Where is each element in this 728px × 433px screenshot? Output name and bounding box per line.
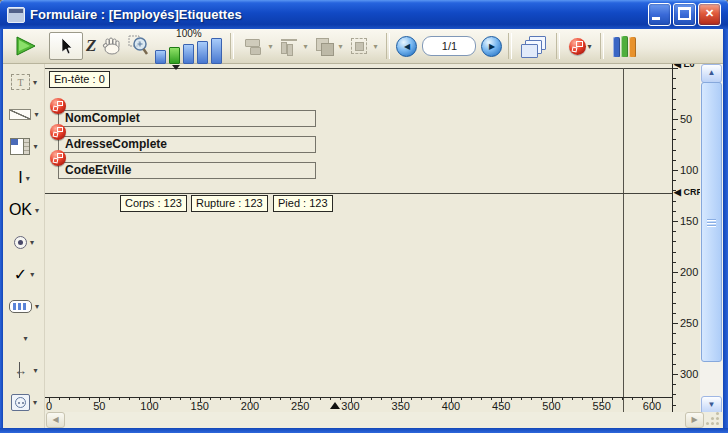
pointer-icon bbox=[58, 37, 74, 55]
vertical-scroll-thumb[interactable] bbox=[701, 82, 722, 362]
ruler-tick bbox=[361, 398, 362, 400]
views-button[interactable] bbox=[518, 32, 550, 60]
chevron-down-icon[interactable]: ▾ bbox=[23, 334, 27, 343]
chevron-down-icon[interactable]: ▾ bbox=[35, 206, 39, 215]
section-marker-label[interactable]: Rupture : 123 bbox=[191, 195, 268, 212]
ruler-marker-icon[interactable] bbox=[330, 402, 340, 409]
chevron-down-icon[interactable]: ▾ bbox=[33, 366, 37, 375]
title-bar[interactable]: Formulaire : [Employés]Etiquettes ✕ bbox=[0, 0, 728, 29]
header-marker-line[interactable] bbox=[45, 68, 672, 69]
next-page-button[interactable]: ▶ bbox=[481, 36, 502, 57]
chevron-down-icon[interactable]: ▾ bbox=[33, 78, 37, 87]
zoom-level-widget[interactable]: 100% bbox=[155, 29, 222, 64]
sidebar-tool-progress[interactable]: ▾ bbox=[4, 296, 44, 316]
line-tool-icon bbox=[9, 109, 31, 120]
scroll-right-button[interactable]: ▶ bbox=[685, 412, 704, 428]
vertical-scrollbar[interactable]: ▲ ▼ bbox=[700, 64, 723, 415]
ruler-tick bbox=[471, 398, 472, 400]
chevron-down-icon[interactable]: ▾ bbox=[33, 398, 37, 407]
ruler-tick bbox=[673, 211, 676, 212]
chevron-down-icon[interactable]: ▾ bbox=[33, 142, 37, 151]
field-AdresseComplete[interactable]: AdresseComplete bbox=[58, 136, 316, 153]
pointer-tool-button[interactable] bbox=[49, 32, 83, 60]
ruler-label: 200 bbox=[241, 401, 259, 412]
chevron-down-icon[interactable]: ▾ bbox=[30, 238, 34, 247]
sidebar-tool-text[interactable]: T▾ bbox=[4, 72, 44, 92]
scroll-left-button[interactable]: ◀ bbox=[46, 412, 65, 428]
sidebar-tool-line[interactable]: ▾ bbox=[4, 104, 44, 124]
zoom-bar-50[interactable] bbox=[155, 50, 166, 64]
sidebar-tool-rectangle[interactable]: ▾ bbox=[4, 328, 44, 348]
badge-icon bbox=[569, 38, 586, 55]
chevron-down-icon: ▾ bbox=[373, 42, 377, 51]
header-marker-label[interactable]: En-tête : 0 bbox=[49, 71, 110, 88]
ruler-tick bbox=[673, 160, 676, 161]
ruler-tick bbox=[59, 398, 60, 400]
ruler-tick bbox=[673, 282, 676, 283]
group-icon bbox=[348, 36, 372, 56]
radio-tool-icon bbox=[14, 236, 27, 249]
ruler-label: 150 bbox=[191, 401, 209, 412]
horizontal-ruler: 050100150200250300350400450500550600 bbox=[45, 397, 672, 413]
ruler-tick bbox=[673, 313, 676, 314]
ruler-tick bbox=[673, 323, 678, 324]
ruler-tick bbox=[170, 398, 171, 400]
form-boundary-line[interactable] bbox=[623, 68, 624, 397]
ruler-tick bbox=[129, 398, 130, 400]
ruler-tick bbox=[531, 398, 532, 400]
resize-grip[interactable] bbox=[705, 413, 721, 427]
maximize-button[interactable] bbox=[673, 3, 696, 26]
badges-button[interactable]: ▾ bbox=[566, 32, 594, 60]
window-border-right bbox=[723, 29, 728, 433]
chevron-down-icon: ▾ bbox=[338, 42, 342, 51]
field-CodeEtVille[interactable]: CodeEtVille bbox=[58, 162, 316, 179]
field-NomComplet[interactable]: NomComplet bbox=[58, 110, 316, 127]
toolbar-separator bbox=[600, 33, 604, 59]
sidebar-tool-listbox[interactable]: ▾ bbox=[4, 136, 44, 156]
close-button[interactable]: ✕ bbox=[698, 3, 721, 26]
ruler-tick bbox=[210, 398, 211, 400]
chevron-down-icon[interactable]: ▾ bbox=[26, 174, 30, 183]
zoom-bar-400[interactable] bbox=[197, 41, 208, 64]
section-marker-label[interactable]: Corps : 123 bbox=[120, 195, 187, 212]
form-canvas[interactable]: En-tête : 0 NomCompletAdresseCompleteCod… bbox=[45, 64, 672, 397]
ruler-tick bbox=[310, 398, 311, 400]
sections-ruler-marker[interactable]: ◀ CRP bbox=[674, 187, 701, 197]
scroll-up-button[interactable]: ▲ bbox=[701, 64, 722, 83]
zoom-bar-100[interactable] bbox=[169, 47, 180, 64]
sidebar-tool-radio[interactable]: ▾ bbox=[4, 232, 44, 252]
zoom-bar-800[interactable] bbox=[211, 38, 222, 64]
ruler-tick bbox=[622, 398, 623, 400]
ruler-tick bbox=[119, 398, 120, 400]
ruler-tick bbox=[673, 99, 676, 100]
sidebar-tool-button[interactable]: OK▾ bbox=[4, 200, 44, 220]
chevron-down-icon[interactable]: ▾ bbox=[35, 302, 39, 311]
sidebar-tool-splitter[interactable]: ↔▾ bbox=[4, 360, 44, 380]
ruler-tick bbox=[673, 292, 676, 293]
ruler-tick bbox=[371, 398, 372, 400]
chevron-down-icon[interactable]: ▾ bbox=[30, 270, 34, 279]
chevron-down-icon[interactable]: ▾ bbox=[34, 110, 38, 119]
zoom-caret-icon bbox=[172, 65, 180, 70]
zoom-bars[interactable] bbox=[155, 40, 222, 64]
sidebar-tool-checkbox[interactable]: ✓▾ bbox=[4, 264, 44, 284]
hand-tool-button[interactable] bbox=[99, 32, 125, 60]
zoom-bar-200[interactable] bbox=[183, 44, 194, 64]
entry-order-tool-button[interactable]: Z bbox=[83, 32, 99, 60]
horizontal-scrollbar[interactable]: ◀ ▶ bbox=[45, 412, 723, 428]
run-form-button[interactable] bbox=[11, 32, 41, 60]
entry-order-icon: Z bbox=[86, 36, 96, 56]
zoom-tool-button[interactable] bbox=[125, 32, 153, 60]
toolbar: Z 100% bbox=[3, 29, 723, 64]
explorer-button[interactable] bbox=[610, 32, 639, 60]
section-marker-line[interactable] bbox=[45, 193, 672, 194]
minimize-button[interactable] bbox=[648, 3, 671, 26]
magnifier-icon bbox=[128, 35, 150, 57]
ruler-tick bbox=[673, 129, 676, 130]
previous-page-button[interactable]: ◀ bbox=[396, 36, 417, 57]
sidebar-tool-plugin[interactable]: ▾ bbox=[4, 392, 44, 412]
section-marker-label[interactable]: Pied : 123 bbox=[273, 195, 333, 212]
ruler-tick bbox=[632, 398, 633, 400]
sidebar-tool-combobox[interactable]: I▾ bbox=[4, 168, 44, 188]
window-border-bottom bbox=[0, 428, 728, 433]
